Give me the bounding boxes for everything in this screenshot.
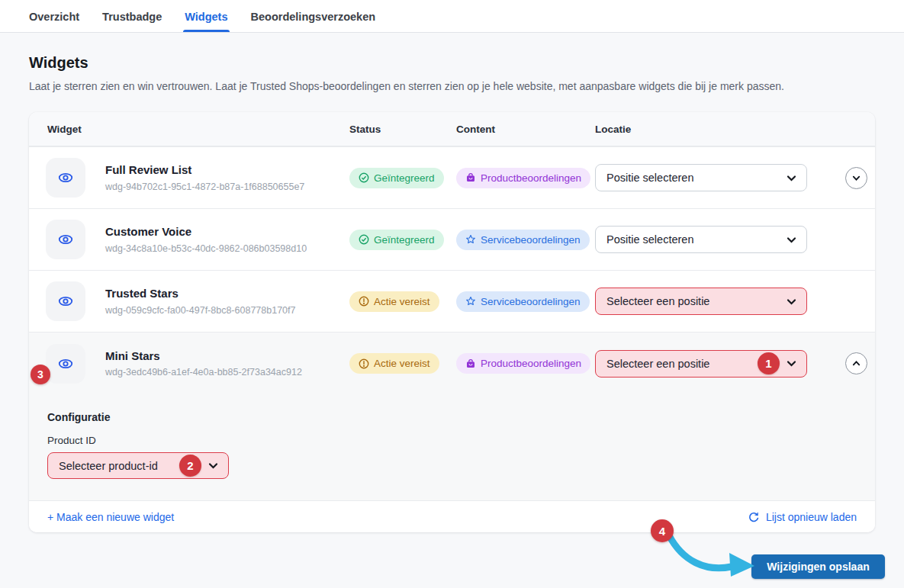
position-select-error[interactable]: Selecteer een positie: [595, 288, 807, 315]
star-icon: [465, 296, 476, 307]
widget-name: Customer Voice: [105, 225, 307, 239]
check-circle-icon: [359, 234, 369, 245]
preview-button[interactable]: [46, 158, 85, 198]
content-badge: Servicebeoordelingen: [456, 230, 590, 250]
preview-button[interactable]: [46, 344, 85, 384]
chevron-down-icon: [786, 234, 797, 246]
content-badge: Productbeoordelingen: [456, 353, 590, 374]
expanded-row-block: 3 Mini Stars wdg-3edc49b6-a1ef-4e0a-bb85…: [29, 332, 875, 500]
page-title: Widgets: [29, 54, 875, 72]
product-reviews-icon: [465, 358, 476, 369]
preview-button[interactable]: [46, 220, 85, 259]
widget-id: wdg-059c9cfc-fa00-497f-8bc8-608778b170f7: [105, 305, 295, 316]
configuration-heading: Configuratie: [47, 411, 857, 423]
refresh-icon: [748, 511, 760, 523]
widget-configuration: Configuratie Product ID Selecteer produc…: [29, 394, 875, 500]
product-id-select[interactable]: Selecteer product-id 2: [47, 452, 229, 479]
annotation-badge-3: 3: [31, 365, 50, 384]
widget-id: wdg-3edc49b6-a1ef-4e0a-bb85-2f73a34ac912: [105, 367, 302, 378]
warning-circle-icon: [359, 358, 369, 369]
main-content: Widgets Laat je sterren zien en win vert…: [0, 54, 904, 532]
chevron-down-icon: [786, 358, 797, 369]
table-row: Trusted Stars wdg-059c9cfc-fa00-497f-8bc…: [29, 270, 875, 332]
content-badge: Servicebeoordelingen: [456, 291, 590, 312]
page-subtitle: Laat je sterren zien en win vertrouwen. …: [29, 80, 875, 92]
status-badge: Geïntegreerd: [349, 168, 444, 188]
widget-name: Mini Stars: [105, 349, 302, 364]
column-header-locatie: Locatie: [595, 124, 845, 135]
column-header-status: Status: [349, 124, 456, 135]
position-select[interactable]: Positie selecteren: [595, 164, 807, 191]
table-row: Customer Voice wdg-34c8a10e-b53c-40dc-98…: [29, 208, 875, 270]
column-header-widget: Widget: [29, 124, 349, 135]
column-header-content: Content: [456, 124, 595, 135]
chevron-down-icon: [208, 460, 219, 471]
chevron-up-icon: [851, 358, 861, 368]
widget-name: Full Review List: [105, 163, 304, 178]
widget-id: wdg-94b702c1-95c1-4872-b87a-1f68850655e7: [105, 182, 304, 192]
status-badge: Actie vereist: [349, 353, 439, 374]
widgets-card: Widget Status Content Locatie Full Revie…: [29, 112, 875, 532]
table-row: 3 Mini Stars wdg-3edc49b6-a1ef-4e0a-bb85…: [29, 333, 875, 394]
table-header: Widget Status Content Locatie: [29, 112, 875, 146]
card-footer: + Maak een nieuwe widget Lijst opnieuw l…: [29, 500, 875, 532]
chevron-down-icon: [851, 173, 861, 183]
status-badge: Geïntegreerd: [349, 230, 444, 250]
eye-icon: [56, 230, 75, 249]
position-select[interactable]: Positie selecteren: [595, 226, 807, 253]
save-changes-button[interactable]: Wijzigingen opslaan: [751, 554, 885, 579]
annotation-badge-2: 2: [179, 455, 201, 477]
annotation-badge-4: 4: [651, 519, 674, 542]
preview-button[interactable]: [46, 281, 85, 321]
tab-overzicht[interactable]: Overzicht: [29, 0, 79, 32]
content-badge: Productbeoordelingen: [456, 168, 590, 188]
chevron-down-icon: [786, 172, 797, 184]
create-widget-link[interactable]: + Maak een nieuwe widget: [47, 511, 174, 523]
table-row: Full Review List wdg-94b702c1-95c1-4872-…: [29, 146, 875, 208]
expand-row-button[interactable]: [845, 167, 867, 189]
product-reviews-icon: [465, 172, 476, 183]
check-circle-icon: [359, 172, 369, 183]
tab-beoordelingsverzoeken[interactable]: Beoordelingsverzoeken: [251, 0, 376, 32]
eye-icon: [56, 169, 75, 187]
eye-icon: [56, 292, 75, 310]
star-icon: [465, 234, 476, 245]
reload-list-link[interactable]: Lijst opnieuw laden: [748, 511, 857, 523]
collapse-row-button[interactable]: [845, 352, 867, 374]
warning-circle-icon: [359, 296, 369, 307]
tab-bar: Overzicht Trustbadge Widgets Beoordeling…: [0, 0, 904, 33]
status-badge: Actie vereist: [349, 291, 439, 312]
annotation-badge-1: 1: [758, 352, 780, 374]
product-id-label: Product ID: [47, 435, 857, 446]
widget-name: Trusted Stars: [105, 287, 295, 301]
tab-trustbadge[interactable]: Trustbadge: [102, 0, 162, 32]
tab-widgets[interactable]: Widgets: [185, 0, 227, 32]
position-select-error[interactable]: Selecteer een positie 1: [595, 350, 807, 378]
eye-icon: [56, 355, 75, 373]
chevron-down-icon: [786, 296, 797, 307]
widget-id: wdg-34c8a10e-b53c-40dc-9862-086b03598d10: [105, 243, 307, 254]
